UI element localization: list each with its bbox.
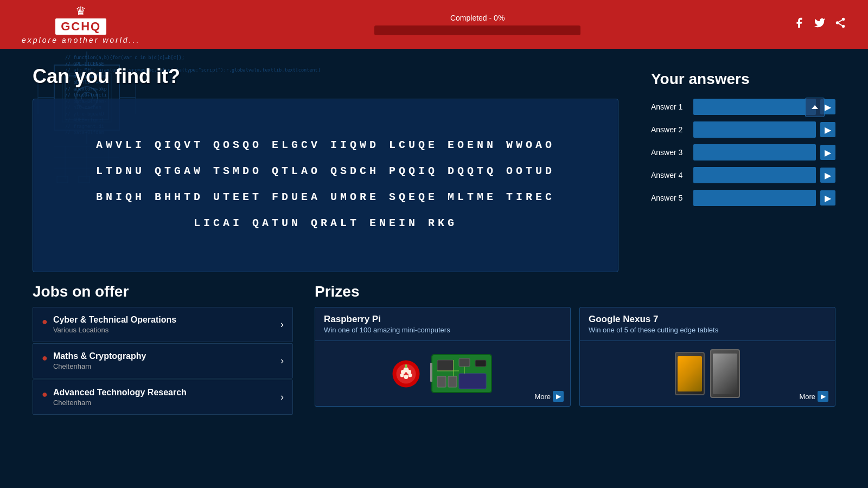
svg-point-30 <box>409 373 412 377</box>
twitter-icon[interactable] <box>814 17 826 32</box>
answer-5-input[interactable] <box>693 190 816 206</box>
svg-rect-37 <box>437 376 446 387</box>
puzzle-grid: AWVLI QIQVT QOSQO ELGCV IIQWD LCUQE EOEN… <box>33 99 618 272</box>
nexus-tablet-1 <box>675 352 705 395</box>
header: ♛ GCHQ explore another world... Complete… <box>0 0 868 49</box>
rpi-board-icon <box>429 352 494 395</box>
job-2-location: Cheltenham <box>53 362 146 370</box>
answer-1-input[interactable] <box>693 99 816 115</box>
svg-point-31 <box>404 375 409 379</box>
job-3-location: Cheltenham <box>53 399 187 407</box>
answer-2-label: Answer 2 <box>651 125 689 134</box>
job-bullet-3: ● <box>42 389 48 400</box>
rpi-desc: Win one of 100 amazing mini-computers <box>324 326 561 334</box>
right-panel: Your answers Answer 1 ▶ Answer 2 ▶ Answe… <box>651 65 835 272</box>
job-3-arrow-icon: › <box>280 391 284 403</box>
svg-rect-32 <box>405 364 407 368</box>
rpi-more-button[interactable]: More ▶ <box>534 391 564 402</box>
answer-3-input[interactable] <box>693 144 816 160</box>
answer-row-3: Answer 3 ▶ <box>651 144 835 160</box>
job-1-arrow-icon: › <box>280 319 284 330</box>
prize-card-rpi: Raspberry Pi Win one of 100 amazing mini… <box>315 307 571 407</box>
rpi-header: Raspberry Pi Win one of 100 amazing mini… <box>315 307 570 341</box>
svg-point-21 <box>842 25 845 28</box>
job-1-name: Cyber & Technical Operations <box>53 315 176 325</box>
social-icons <box>793 17 846 32</box>
answer-row-5: Answer 5 ▶ <box>651 190 835 206</box>
job-3-name: Advanced Technology Research <box>53 388 187 397</box>
answer-5-submit[interactable]: ▶ <box>820 190 835 206</box>
bottom-section: Jobs on offer ● Cyber & Technical Operat… <box>0 283 868 427</box>
puzzle-row-4: LICAI QATUN QRALT ENEIN RKG <box>44 211 607 235</box>
facebook-icon[interactable] <box>793 17 805 32</box>
svg-rect-38 <box>448 376 457 387</box>
answer-4-submit[interactable]: ▶ <box>820 168 835 183</box>
nexus-tablets <box>675 349 740 398</box>
svg-point-19 <box>842 18 845 21</box>
rpi-more-arrow-icon: ▶ <box>553 391 564 402</box>
nexus-tablet-2 <box>710 349 740 398</box>
answer-row-2: Answer 2 ▶ <box>651 121 835 138</box>
prizes-title: Prizes <box>315 283 835 300</box>
main-content: Can you find it? AWVLI QIQVT QOSQO ELGCV… <box>0 49 868 283</box>
nexus-name: Google Nexus 7 <box>589 314 826 325</box>
answer-5-label: Answer 5 <box>651 194 689 202</box>
jobs-title: Jobs on offer <box>33 283 293 300</box>
answer-row-4: Answer 4 ▶ <box>651 167 835 183</box>
answer-3-label: Answer 3 <box>651 148 689 157</box>
progress-section: Completed - 0% <box>162 14 793 35</box>
svg-point-29 <box>400 373 404 377</box>
nexus-header: Google Nexus 7 Win one of 5 of these cut… <box>580 307 835 341</box>
svg-rect-39 <box>459 374 486 389</box>
logo: ♛ GCHQ explore another world... <box>22 4 140 44</box>
job-1-location: Various Locations <box>53 326 176 334</box>
nexus-screen-2 <box>713 354 737 394</box>
answer-2-submit[interactable]: ▶ <box>820 122 835 137</box>
puzzle-row-1: AWVLI QIQVT QOSQO ELGCV IIQWD LCUQE EOEN… <box>44 133 607 157</box>
prizes-panel: Prizes Raspberry Pi Win one of 100 amazi… <box>315 283 835 416</box>
progress-label: Completed - 0% <box>450 14 505 22</box>
job-2-name: Maths & Cryptography <box>53 351 146 361</box>
answer-4-input[interactable] <box>693 167 816 183</box>
puzzle-row-2: LTDNU QTGAW TSMDO QTLAO QSDCH PQQIQ DQQT… <box>44 159 607 183</box>
answer-4-label: Answer 4 <box>651 171 689 179</box>
page-title: Can you find it? <box>33 65 618 88</box>
crown-icon: ♛ <box>75 4 86 18</box>
job-bullet-1: ● <box>42 316 48 328</box>
svg-rect-34 <box>437 360 454 371</box>
svg-line-23 <box>839 20 842 22</box>
answer-3-submit[interactable]: ▶ <box>820 145 835 160</box>
scroll-up-button[interactable] <box>805 98 825 117</box>
puzzle-row-3: BNIQH BHHTD UTEET FDUEA UMORE SQEQE MLTM… <box>44 185 607 209</box>
job-item-1[interactable]: ● Cyber & Technical Operations Various L… <box>33 307 293 342</box>
left-panel: Can you find it? AWVLI QIQVT QOSQO ELGCV… <box>33 65 618 272</box>
svg-point-20 <box>836 21 839 24</box>
logo-text: GCHQ <box>55 18 106 35</box>
answer-2-input[interactable] <box>693 121 816 138</box>
nexus-more-button[interactable]: More ▶ <box>799 391 828 402</box>
job-item-3[interactable]: ● Advanced Technology Research Cheltenha… <box>33 380 293 415</box>
rpi-name: Raspberry Pi <box>324 314 561 325</box>
svg-rect-36 <box>475 360 486 367</box>
jobs-panel: Jobs on offer ● Cyber & Technical Operat… <box>33 283 293 416</box>
nexus-image-area: More ▶ <box>580 341 835 406</box>
answers-title: Your answers <box>651 70 835 88</box>
job-bullet-2: ● <box>42 352 48 364</box>
prize-card-nexus: Google Nexus 7 Win one of 5 of these cut… <box>579 307 835 407</box>
svg-line-22 <box>839 23 842 25</box>
job-2-arrow-icon: › <box>280 355 284 367</box>
nexus-screen-1 <box>678 356 702 391</box>
prizes-grid: Raspberry Pi Win one of 100 amazing mini… <box>315 307 835 407</box>
tagline: explore another world... <box>22 36 140 44</box>
progress-bar-container <box>374 25 580 35</box>
nexus-more-arrow-icon: ▶ <box>818 391 828 402</box>
share-icon[interactable] <box>834 17 846 32</box>
svg-rect-35 <box>459 358 470 367</box>
answer-1-label: Answer 1 <box>651 102 689 111</box>
nexus-desc: Win one of 5 of these cutting edge table… <box>589 326 826 334</box>
job-item-2[interactable]: ● Maths & Cryptography Cheltenham › <box>33 343 293 378</box>
rpi-logo-icon <box>391 359 421 389</box>
rpi-image-area: More ▶ <box>315 341 570 406</box>
svg-rect-43 <box>430 363 432 382</box>
